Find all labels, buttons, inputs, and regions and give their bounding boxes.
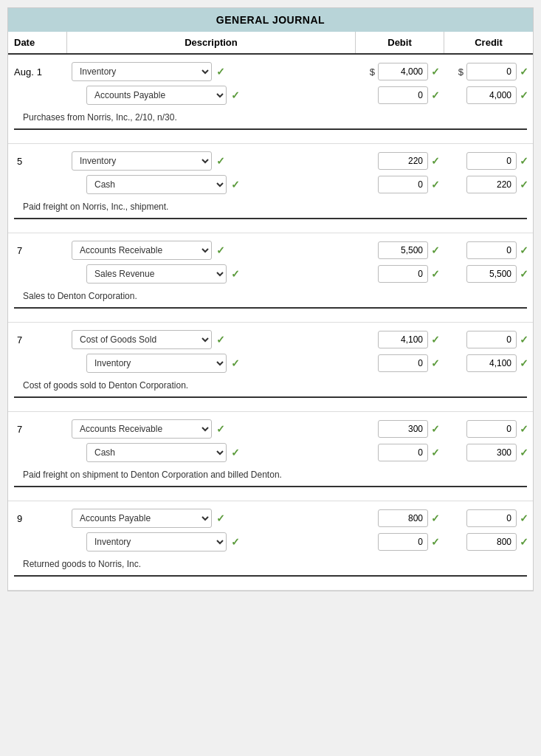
credit-input-4-1[interactable] [466, 331, 517, 348]
credit-cell-3-1: ✓ [444, 241, 533, 259]
date-day-4: 7 [17, 334, 22, 346]
debit-input-2-1[interactable] [378, 152, 428, 170]
check-icon-credit-4-2[interactable]: ✓ [520, 357, 528, 369]
desc-cell-1-1: InventoryAccounts PayableCashAccounts Re… [67, 62, 356, 81]
dollar-sign-credit-1-1: $ [458, 66, 464, 78]
check-icon-debit-6-2[interactable]: ✓ [431, 536, 440, 548]
credit-input-1-2[interactable] [466, 86, 517, 104]
entry-row-5-1: 7InventoryAccounts PayableCashAccounts R… [8, 419, 533, 439]
credit-cell-2-2: ✓ [444, 176, 533, 193]
check-icon-credit-2-2[interactable]: ✓ [520, 179, 528, 190]
debit-cell-6-1: ✓ [356, 509, 444, 527]
debit-input-4-2[interactable] [378, 354, 428, 372]
account-select-4-1[interactable]: InventoryAccounts PayableCashAccounts Re… [72, 330, 212, 349]
desc-cell-2-1: InventoryAccounts PayableCashAccounts Re… [67, 151, 356, 171]
debit-input-6-1[interactable] [378, 509, 428, 527]
check-icon-desc-2-1[interactable]: ✓ [216, 155, 225, 167]
credit-input-5-2[interactable] [466, 444, 517, 461]
check-icon-debit-4-2[interactable]: ✓ [431, 357, 440, 369]
check-icon-debit-4-1[interactable]: ✓ [431, 334, 440, 346]
credit-cell-4-1: ✓ [444, 331, 533, 348]
debit-cell-3-2: ✓ [356, 265, 444, 283]
check-icon-credit-6-2[interactable]: ✓ [520, 536, 528, 548]
check-icon-credit-4-1[interactable]: ✓ [520, 334, 528, 346]
check-icon-debit-5-2[interactable]: ✓ [431, 447, 440, 458]
check-icon-credit-5-2[interactable]: ✓ [520, 447, 528, 458]
credit-input-2-1[interactable] [466, 152, 517, 170]
debit-input-3-2[interactable] [378, 265, 428, 283]
account-select-5-1[interactable]: InventoryAccounts PayableCashAccounts Re… [72, 419, 212, 439]
header-description: Description [67, 32, 356, 53]
debit-input-3-1[interactable] [378, 241, 428, 259]
debit-input-1-2[interactable] [378, 86, 428, 104]
credit-input-6-1[interactable] [466, 509, 517, 527]
check-icon-credit-3-2[interactable]: ✓ [520, 268, 528, 280]
check-icon-debit-3-1[interactable]: ✓ [431, 244, 440, 256]
debit-cell-5-2: ✓ [356, 444, 444, 461]
debit-input-1-1[interactable] [378, 63, 428, 80]
check-icon-desc-4-2[interactable]: ✓ [231, 357, 240, 369]
check-icon-desc-1-1[interactable]: ✓ [216, 66, 225, 78]
credit-cell-6-1: ✓ [444, 509, 533, 527]
entry-block-1: Aug.1InventoryAccounts PayableCashAccoun… [8, 55, 533, 144]
check-icon-desc-6-2[interactable]: ✓ [231, 536, 240, 548]
check-icon-debit-1-2[interactable]: ✓ [431, 89, 440, 101]
check-icon-debit-2-2[interactable]: ✓ [431, 179, 440, 190]
account-select-5-2[interactable]: InventoryAccounts PayableCashAccounts Re… [86, 443, 227, 462]
account-select-1-2[interactable]: InventoryAccounts PayableCashAccounts Re… [86, 86, 227, 105]
account-select-2-1[interactable]: InventoryAccounts PayableCashAccounts Re… [72, 151, 212, 171]
check-icon-credit-1-1[interactable]: ✓ [520, 66, 528, 78]
date-cell-5-1: 7 [8, 424, 67, 435]
check-icon-debit-3-2[interactable]: ✓ [431, 268, 440, 280]
account-select-1-1[interactable]: InventoryAccounts PayableCashAccounts Re… [72, 62, 212, 81]
debit-input-6-2[interactable] [378, 533, 428, 551]
check-icon-debit-5-1[interactable]: ✓ [431, 423, 440, 435]
check-icon-desc-3-2[interactable]: ✓ [231, 268, 240, 280]
check-icon-credit-3-1[interactable]: ✓ [520, 244, 528, 256]
check-icon-desc-1-2[interactable]: ✓ [231, 89, 240, 101]
debit-input-5-2[interactable] [378, 444, 428, 461]
account-select-6-1[interactable]: InventoryAccounts PayableCashAccounts Re… [72, 509, 212, 528]
check-icon-debit-1-1[interactable]: ✓ [431, 66, 440, 78]
credit-input-2-2[interactable] [466, 176, 517, 193]
check-icon-desc-6-1[interactable]: ✓ [216, 512, 225, 524]
debit-input-4-1[interactable] [378, 331, 428, 348]
account-select-3-1[interactable]: InventoryAccounts PayableCashAccounts Re… [72, 241, 212, 260]
debit-input-5-1[interactable] [378, 420, 428, 438]
memo-row-4: Cost of goods sold to Denton Corporation… [14, 377, 527, 398]
date-day-3: 7 [17, 245, 22, 256]
check-icon-desc-5-2[interactable]: ✓ [231, 447, 240, 458]
account-select-2-2[interactable]: InventoryAccounts PayableCashAccounts Re… [86, 175, 227, 194]
check-icon-desc-5-1[interactable]: ✓ [216, 423, 225, 435]
desc-cell-4-1: InventoryAccounts PayableCashAccounts Re… [67, 330, 356, 349]
desc-cell-1-2: InventoryAccounts PayableCashAccounts Re… [82, 86, 356, 105]
account-select-4-2[interactable]: InventoryAccounts PayableCashAccounts Re… [86, 354, 227, 373]
desc-cell-6-1: InventoryAccounts PayableCashAccounts Re… [67, 509, 356, 528]
check-icon-desc-4-1[interactable]: ✓ [216, 334, 225, 346]
account-select-3-2[interactable]: InventoryAccounts PayableCashAccounts Re… [86, 264, 227, 284]
check-icon-debit-6-1[interactable]: ✓ [431, 512, 440, 524]
journal-header: Date Description Debit Credit [8, 32, 533, 55]
credit-input-3-2[interactable] [466, 265, 517, 283]
check-icon-credit-5-1[interactable]: ✓ [520, 423, 528, 435]
entry-row-5-2: InventoryAccounts PayableCashAccounts Re… [8, 443, 533, 462]
header-debit: Debit [356, 32, 444, 53]
debit-input-2-2[interactable] [378, 176, 428, 193]
credit-input-5-1[interactable] [466, 420, 517, 438]
desc-cell-3-1: InventoryAccounts PayableCashAccounts Re… [67, 241, 356, 260]
credit-input-1-1[interactable] [466, 63, 517, 80]
account-select-6-2[interactable]: InventoryAccounts PayableCashAccounts Re… [86, 532, 227, 551]
date-cell-6-1: 9 [8, 513, 67, 524]
entry-block-3: 7InventoryAccounts PayableCashAccounts R… [8, 233, 533, 323]
credit-input-4-2[interactable] [466, 354, 517, 372]
credit-input-3-1[interactable] [466, 241, 517, 259]
check-icon-debit-2-1[interactable]: ✓ [431, 155, 440, 167]
credit-input-6-2[interactable] [466, 533, 517, 551]
check-icon-credit-1-2[interactable]: ✓ [520, 89, 528, 101]
check-icon-credit-6-1[interactable]: ✓ [520, 512, 528, 524]
debit-cell-6-2: ✓ [356, 533, 444, 551]
check-icon-desc-3-1[interactable]: ✓ [216, 244, 225, 256]
check-icon-credit-2-1[interactable]: ✓ [520, 155, 528, 167]
check-icon-desc-2-2[interactable]: ✓ [231, 179, 240, 190]
date-day-5: 7 [17, 424, 22, 435]
